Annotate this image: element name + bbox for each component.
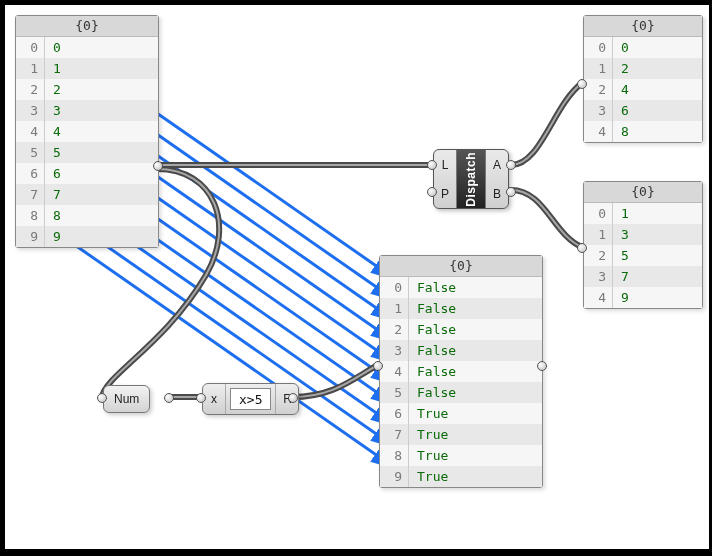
row-index: 3: [380, 340, 409, 361]
dispatch-output-a-label: A: [493, 158, 501, 172]
row-value: 1: [613, 203, 629, 224]
list-item: 9True: [380, 466, 542, 487]
panel-input-output-grip[interactable]: [153, 161, 163, 171]
list-item: 8True: [380, 445, 542, 466]
list-item: 99: [16, 226, 158, 247]
row-index: 1: [584, 58, 613, 79]
row-value: True: [409, 424, 448, 445]
list-item: 01: [584, 203, 702, 224]
dispatch-output-b-grip[interactable]: [506, 187, 516, 197]
panel-output-a-header: {0}: [584, 16, 702, 37]
row-index: 6: [16, 163, 45, 184]
num-component-label: Num: [104, 386, 149, 412]
row-value: False: [409, 319, 456, 340]
expression-input-x-label: x: [203, 384, 226, 414]
row-index: 7: [16, 184, 45, 205]
dispatch-output-a-grip[interactable]: [506, 160, 516, 170]
list-item: 1False: [380, 298, 542, 319]
row-value: 7: [613, 266, 629, 287]
list-item: 2False: [380, 319, 542, 340]
list-item: 25: [584, 245, 702, 266]
row-index: 2: [380, 319, 409, 340]
panel-mask-list[interactable]: {0} 0False1False2False3False4False5False…: [379, 255, 543, 488]
row-value: 2: [45, 79, 61, 100]
list-item: 24: [584, 79, 702, 100]
row-index: 1: [584, 224, 613, 245]
expression-component[interactable]: x x>5 R: [202, 383, 299, 415]
panel-mask-header: {0}: [380, 256, 542, 277]
panel-output-b-header: {0}: [584, 182, 702, 203]
row-value: 6: [613, 100, 629, 121]
row-index: 8: [380, 445, 409, 466]
list-item: 88: [16, 205, 158, 226]
row-value: 9: [45, 226, 61, 247]
row-index: 1: [16, 58, 45, 79]
row-value: False: [409, 382, 456, 403]
row-index: 7: [380, 424, 409, 445]
dispatch-input-p-grip[interactable]: [427, 187, 437, 197]
row-value: 3: [613, 224, 629, 245]
expression-output-grip[interactable]: [288, 393, 298, 403]
list-item: 44: [16, 121, 158, 142]
row-value: 0: [613, 37, 629, 58]
row-index: 3: [584, 100, 613, 121]
panel-output-b[interactable]: {0} 0113253749: [583, 181, 703, 309]
panel-output-a[interactable]: {0} 0012243648: [583, 15, 703, 143]
row-index: 4: [584, 287, 613, 308]
row-index: 8: [16, 205, 45, 226]
dispatch-input-l-label: L: [442, 158, 449, 172]
list-item: 48: [584, 121, 702, 142]
dispatch-component[interactable]: L P Dispatch A B: [433, 149, 509, 209]
row-index: 4: [380, 361, 409, 382]
row-index: 4: [584, 121, 613, 142]
panel-mask-output-grip[interactable]: [537, 361, 547, 371]
row-index: 0: [16, 37, 45, 58]
num-component[interactable]: Num: [103, 385, 150, 413]
row-value: 1: [45, 58, 61, 79]
panel-output-a-input-grip[interactable]: [577, 79, 587, 89]
row-value: 6: [45, 163, 61, 184]
list-item: 33: [16, 100, 158, 121]
row-value: False: [409, 361, 456, 382]
num-input-grip[interactable]: [97, 393, 107, 403]
row-index: 6: [380, 403, 409, 424]
list-item: 7True: [380, 424, 542, 445]
row-index: 4: [16, 121, 45, 142]
row-index: 2: [584, 245, 613, 266]
row-index: 0: [380, 277, 409, 298]
expression-input-grip[interactable]: [196, 393, 206, 403]
dispatch-output-b-label: B: [493, 187, 501, 201]
dispatch-input-l-grip[interactable]: [427, 160, 437, 170]
row-index: 9: [16, 226, 45, 247]
list-item: 36: [584, 100, 702, 121]
panel-input-header: {0}: [16, 16, 158, 37]
panel-mask-input-grip[interactable]: [373, 361, 383, 371]
row-index: 3: [584, 266, 613, 287]
dispatch-title: Dispatch: [464, 152, 478, 207]
row-index: 0: [584, 37, 613, 58]
row-value: True: [409, 403, 448, 424]
expression-text[interactable]: x>5: [230, 388, 271, 410]
list-item: 6True: [380, 403, 542, 424]
row-value: 8: [45, 205, 61, 226]
row-value: 2: [613, 58, 629, 79]
svg-line-9: [49, 227, 395, 468]
list-item: 22: [16, 79, 158, 100]
row-value: 3: [45, 100, 61, 121]
panel-input-list[interactable]: {0} 00112233445566778899: [15, 15, 159, 248]
row-value: 0: [45, 37, 61, 58]
row-value: 5: [613, 245, 629, 266]
list-item: 3False: [380, 340, 542, 361]
row-value: False: [409, 298, 456, 319]
row-value: 7: [45, 184, 61, 205]
panel-output-b-input-grip[interactable]: [577, 243, 587, 253]
list-item: 12: [584, 58, 702, 79]
row-value: False: [409, 340, 456, 361]
list-item: 49: [584, 287, 702, 308]
row-index: 1: [380, 298, 409, 319]
row-value: 9: [613, 287, 629, 308]
dispatch-input-p-label: P: [441, 187, 449, 201]
row-index: 2: [584, 79, 613, 100]
row-value: 4: [45, 121, 61, 142]
num-output-grip[interactable]: [164, 393, 174, 403]
